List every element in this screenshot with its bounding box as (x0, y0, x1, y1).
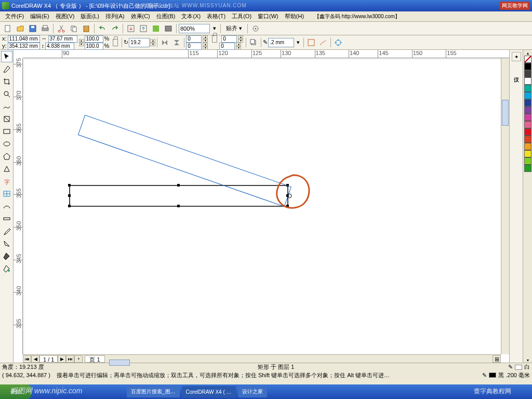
next-page-icon[interactable]: ▶ (58, 355, 66, 363)
color-swatch[interactable] (524, 63, 531, 70)
interactive-fill-icon[interactable] (1, 263, 12, 274)
undo-icon[interactable] (97, 23, 108, 34)
menu-arrange[interactable]: 排列(A) (102, 11, 128, 21)
scale-y-input[interactable] (85, 43, 103, 50)
color-swatch[interactable] (524, 121, 531, 128)
last-page-icon[interactable]: ⏭ (66, 355, 74, 363)
zoom-input[interactable] (179, 24, 210, 33)
no-fill-swatch[interactable] (524, 56, 531, 63)
eyedropper-tool-icon[interactable] (1, 225, 12, 237)
menu-view[interactable]: 视图(V) (52, 11, 78, 21)
polygon-tool-icon[interactable] (1, 151, 12, 162)
menu-text[interactable]: 文本(X) (178, 11, 204, 21)
color-swatch[interactable] (524, 136, 531, 143)
app-launcher-icon[interactable] (150, 23, 162, 34)
rotation-input[interactable] (129, 38, 150, 47)
menu-window[interactable]: 窗口(W) (255, 11, 282, 21)
prev-page-icon[interactable]: ◀ (31, 355, 39, 363)
menu-file[interactable]: 文件(F) (2, 11, 27, 21)
menu-edit[interactable]: 编辑(E) (27, 11, 52, 21)
mirror-h-icon[interactable] (159, 37, 170, 48)
outline-tool-icon[interactable] (1, 238, 12, 249)
dimension-tool-icon[interactable] (1, 201, 12, 212)
interactive-tool-icon[interactable] (1, 213, 12, 224)
corner-lock-icon[interactable] (212, 35, 217, 43)
mirror-v-icon[interactable] (171, 37, 182, 48)
color-swatch[interactable] (524, 92, 531, 99)
color-swatch[interactable] (524, 128, 531, 136)
copy-icon[interactable] (68, 23, 79, 34)
welcome-icon[interactable] (163, 23, 174, 34)
paste-icon[interactable] (81, 23, 92, 34)
import-icon[interactable] (125, 23, 137, 34)
new-icon[interactable] (2, 23, 14, 34)
cut-icon[interactable] (56, 23, 67, 34)
crosshair-icon[interactable] (332, 37, 344, 48)
first-page-icon[interactable]: ⏮ (23, 355, 31, 363)
drawing-canvas[interactable] (23, 58, 501, 354)
rectangle-tool-icon[interactable] (1, 126, 12, 137)
text-tool-icon[interactable]: 字 (1, 176, 12, 187)
menu-layout[interactable]: 版面(L) (77, 11, 102, 21)
pos-y-input[interactable] (8, 43, 40, 50)
task-coreldraw[interactable]: CorelDRAW X4 ( … (182, 386, 236, 397)
shape-tool-icon[interactable] (1, 63, 12, 75)
pick-tool-icon[interactable] (1, 51, 12, 62)
fill-tool-icon[interactable] (1, 250, 12, 262)
save-icon[interactable] (27, 23, 38, 34)
height-input[interactable] (45, 43, 74, 50)
docker-color-icon[interactable]: 汉仪 (512, 62, 521, 83)
ellipse-tool-icon[interactable] (1, 138, 12, 150)
start-button[interactable]: 开始 (0, 384, 31, 399)
freehand-tool-icon[interactable] (1, 101, 12, 112)
menu-bitmap[interactable]: 位图(B) (153, 11, 179, 21)
outline-swatch[interactable] (489, 373, 496, 378)
task-baidu[interactable]: 百度图片搜索_图… (127, 386, 180, 397)
menu-table[interactable]: 表格(T) (204, 11, 229, 21)
crop-tool-icon[interactable] (1, 76, 12, 87)
color-swatch[interactable] (524, 107, 531, 114)
redo-icon[interactable] (109, 23, 121, 34)
fill-swatch[interactable] (515, 365, 522, 370)
add-page-icon[interactable]: + (74, 355, 83, 363)
scale-x-input[interactable] (85, 35, 103, 43)
wrap-text-icon[interactable] (305, 37, 317, 48)
corner-ry-input[interactable] (221, 35, 237, 43)
table-tool-icon[interactable] (1, 188, 12, 200)
color-swatch[interactable] (524, 114, 531, 121)
canvas-area[interactable]: 90 115 120 125 130 135 140 145 150 155 3… (14, 50, 509, 363)
color-swatch[interactable] (524, 165, 531, 172)
to-front-icon[interactable] (248, 37, 259, 48)
color-swatch[interactable] (524, 77, 531, 85)
menu-help[interactable]: 帮助(H) (282, 11, 307, 21)
palette-up-icon[interactable]: ▴ (527, 51, 529, 56)
width-input[interactable] (48, 35, 77, 43)
smart-fill-icon[interactable] (1, 113, 12, 125)
vertical-scrollbar[interactable] (501, 58, 509, 354)
page-tab[interactable]: 页 1 (85, 355, 104, 363)
color-swatch[interactable] (524, 157, 531, 165)
color-swatch[interactable] (524, 85, 531, 92)
outline-width-input[interactable] (268, 38, 294, 47)
snap-button[interactable]: 贴齐 ▾ (223, 24, 245, 32)
zoom-tool-icon[interactable] (1, 88, 12, 100)
open-icon[interactable] (15, 23, 26, 34)
pos-x-input[interactable] (8, 35, 40, 43)
palette-down-icon[interactable]: ▾ (527, 358, 529, 363)
export-icon[interactable] (138, 23, 149, 34)
color-swatch[interactable] (524, 99, 531, 107)
color-swatch[interactable] (524, 70, 531, 77)
task-design[interactable]: 设计之家 (238, 386, 267, 397)
corner-rx-input[interactable] (186, 35, 202, 43)
print-icon[interactable] (39, 23, 51, 34)
menu-extra-link[interactable]: 【鑫字条码 http://www.lw3000.com】 (311, 12, 403, 21)
lock-ratio-icon[interactable] (113, 39, 118, 46)
to-curve-icon[interactable] (317, 37, 329, 48)
options-icon[interactable] (250, 23, 261, 34)
color-swatch[interactable] (524, 150, 531, 157)
basic-shapes-icon[interactable] (1, 163, 12, 175)
outline-dropdown-icon[interactable]: ▾ (295, 37, 302, 48)
color-swatch[interactable] (524, 143, 531, 150)
menu-effects[interactable]: 效果(C) (128, 11, 153, 21)
menu-tools[interactable]: 工具(O) (229, 11, 255, 21)
